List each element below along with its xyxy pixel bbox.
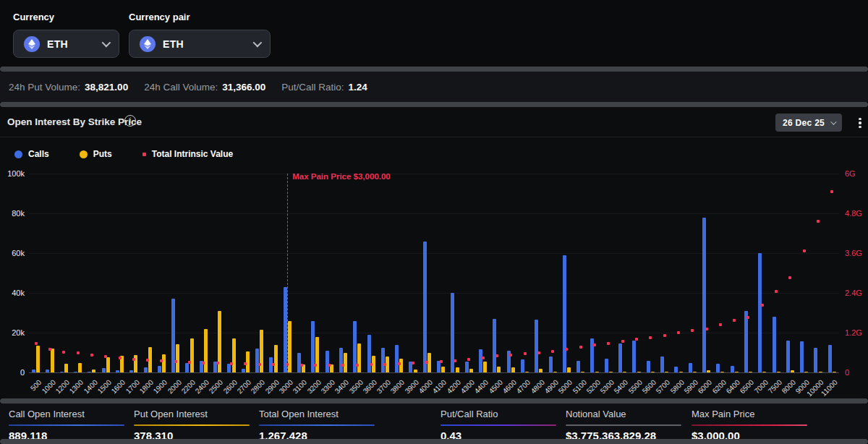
gridline	[29, 213, 839, 214]
legend-marker	[14, 150, 22, 158]
x-axis-tick-label: 4100	[431, 378, 448, 396]
call-bar	[493, 319, 496, 372]
section-divider	[0, 439, 868, 444]
call-bar	[255, 349, 259, 372]
put-bar	[106, 357, 110, 372]
intrinsic-value-dot	[383, 363, 386, 366]
put-bar	[190, 338, 194, 372]
x-axis-tick-label: 3400	[333, 378, 351, 396]
put-bar	[469, 369, 473, 372]
intrinsic-value-dot	[635, 338, 638, 341]
put-bar	[274, 345, 278, 373]
intrinsic-value-dot	[467, 358, 470, 361]
put-bar	[777, 372, 780, 373]
x-axis-tick-label: 4300	[459, 378, 477, 396]
section-divider	[0, 102, 868, 107]
x-axis-tick-label: 3300	[319, 378, 336, 396]
gridline	[29, 174, 839, 174]
put-bar	[456, 367, 459, 372]
x-axis-tick-label: 5800	[668, 378, 686, 396]
put-bar	[497, 367, 501, 372]
call-bar	[731, 366, 734, 372]
call-bar	[102, 368, 106, 372]
call-bar	[828, 345, 832, 373]
put-bar	[595, 372, 599, 373]
intrinsic-value-dot	[216, 362, 219, 364]
section-divider	[0, 67, 868, 72]
eth-icon	[24, 36, 40, 52]
call-bar	[632, 341, 636, 372]
kebab-menu-icon[interactable]	[855, 114, 865, 132]
put-bar	[637, 372, 641, 373]
currency-dropdown[interactable]: ETH	[13, 30, 119, 58]
call-bar	[660, 357, 664, 372]
summary-item-put-open-interest: Put Open Interest378,310	[134, 409, 257, 442]
x-axis-tick-label: 3100	[292, 378, 309, 396]
intrinsic-value-dot	[202, 362, 205, 364]
info-icon[interactable]: i	[124, 115, 136, 127]
put-bar	[609, 372, 613, 373]
intrinsic-value-dot	[719, 323, 722, 326]
intrinsic-value-dot	[788, 276, 791, 279]
intrinsic-value-dot	[803, 249, 806, 252]
x-axis-tick-label: 4500	[487, 378, 504, 396]
chart-plot-area: Max Pain Price $3,000.00	[29, 174, 839, 372]
currency-value: ETH	[47, 38, 68, 50]
expiry-date-selector[interactable]: 26 Dec 25	[775, 114, 842, 132]
legend-item-total-intrinsic-value[interactable]: Total Intrinsic Value	[142, 149, 233, 159]
intrinsic-value-dot	[705, 328, 708, 330]
intrinsic-value-dot	[90, 354, 93, 357]
x-axis-tick-label: 3000	[278, 378, 295, 396]
intrinsic-value-dot	[524, 352, 527, 355]
call-bar	[144, 367, 148, 372]
legend-item-puts[interactable]: Puts	[80, 149, 112, 159]
x-axis-tick-label: 5600	[641, 378, 658, 396]
chevron-down-icon	[102, 38, 111, 48]
right-axis-tick: 4.8G	[845, 209, 867, 218]
call-bar	[339, 348, 343, 372]
intrinsic-value-dot	[607, 342, 610, 345]
call-bar	[185, 363, 189, 372]
legend-marker	[80, 150, 88, 158]
x-axis-tick-label: 1200	[54, 378, 72, 396]
intrinsic-value-dot	[509, 354, 512, 357]
summary-item-put-call-ratio: Put/Call Ratio0.43	[441, 409, 563, 442]
put-bar	[623, 372, 626, 373]
intrinsic-value-dot	[565, 348, 568, 351]
x-axis-tick-label: 6400	[724, 378, 741, 396]
intrinsic-value-dot	[328, 364, 331, 367]
put-bar	[819, 372, 822, 373]
put-bar	[567, 367, 571, 372]
intrinsic-value-dot	[621, 340, 624, 343]
right-axis-tick: 0	[845, 368, 867, 377]
call-volume-value: 31,366.00	[222, 82, 265, 93]
legend-item-calls[interactable]: Calls	[14, 149, 49, 159]
currency-pair-dropdown[interactable]: ETH	[129, 30, 271, 58]
call-bar	[465, 362, 469, 372]
gridline	[29, 333, 839, 333]
put-bar	[64, 364, 68, 372]
summary-label: Call Open Interest	[9, 409, 132, 419]
x-axis-tick-label: 3900	[403, 378, 420, 396]
legend-label: Calls	[28, 149, 49, 159]
x-axis-tick-label: 5200	[584, 378, 602, 396]
x-axis-tick-label: 1400	[82, 378, 99, 396]
right-axis-tick: 1.2G	[845, 328, 867, 337]
call-bar	[381, 348, 385, 372]
put-bar	[749, 372, 752, 373]
left-axis-tick: 100k	[0, 169, 25, 178]
intrinsic-value-dot	[188, 361, 191, 364]
intrinsic-value-dot	[733, 319, 736, 322]
put-bar	[679, 372, 683, 373]
call-bar	[773, 317, 776, 372]
intrinsic-value-dot	[77, 351, 80, 354]
intrinsic-value-dot	[454, 359, 456, 362]
intrinsic-value-dot	[132, 358, 135, 361]
intrinsic-value-dot	[230, 362, 233, 365]
intrinsic-value-dot	[579, 346, 582, 349]
call-bar	[423, 242, 427, 373]
x-axis-tick-label: 2200	[179, 378, 197, 396]
put-volume-label: 24h Put Volume:	[9, 82, 80, 93]
intrinsic-value-dot	[174, 360, 177, 363]
intrinsic-value-dot	[272, 363, 275, 366]
